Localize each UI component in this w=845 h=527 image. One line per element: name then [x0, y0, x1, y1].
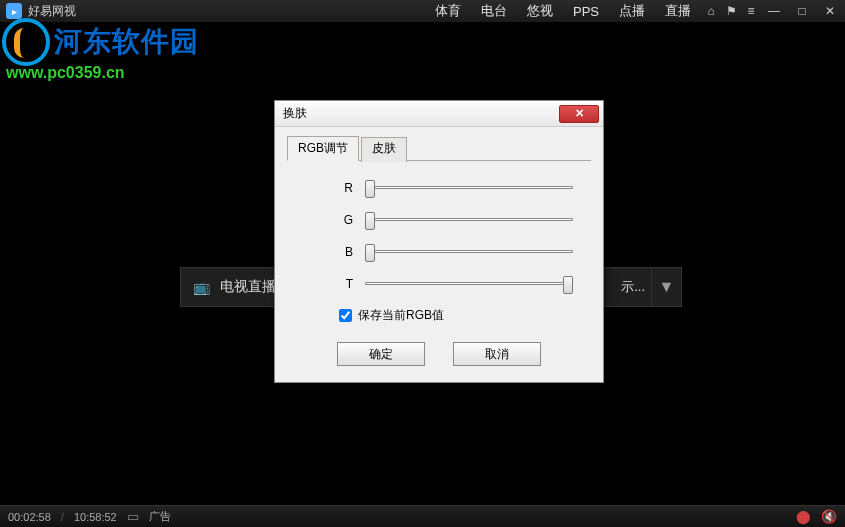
slider-label-g: G [335, 213, 353, 227]
slider-label-b: B [335, 245, 353, 259]
slider-thumb-g[interactable] [365, 212, 375, 230]
slider-row-t: T [287, 275, 591, 293]
home-icon[interactable]: ⌂ [701, 1, 721, 21]
tv-live-button[interactable]: 📺 电视直播 [180, 267, 289, 307]
titlebar: ▸ 好易网视 体育 电台 悠视 PPS 点播 直播 ⌂ ⚑ ≡ — □ ✕ [0, 0, 845, 22]
close-button[interactable]: ✕ [817, 1, 843, 21]
statusbar: 00:02:58 / 10:58:52 ▭ 广告 ⬤ 🔇 [0, 505, 845, 527]
comment-icon[interactable]: ▭ [127, 509, 139, 524]
slider-thumb-r[interactable] [365, 180, 375, 198]
time-total: 10:58:52 [74, 511, 117, 523]
app-icon: ▸ [6, 3, 22, 19]
dialog-close-button[interactable]: ✕ [559, 105, 599, 123]
save-rgb-label: 保存当前RGB值 [358, 307, 444, 324]
slider-thumb-b[interactable] [365, 244, 375, 262]
menu-icon[interactable]: ≡ [741, 1, 761, 21]
tv-live-label: 电视直播 [220, 278, 276, 296]
slider-g[interactable] [365, 211, 573, 229]
slider-label-r: R [335, 181, 353, 195]
dialog-tabs: RGB调节 皮肤 [287, 135, 591, 161]
nav-radio[interactable]: 电台 [471, 2, 517, 20]
minimize-button[interactable]: — [761, 1, 787, 21]
slider-r[interactable] [365, 179, 573, 197]
maximize-button[interactable]: □ [789, 1, 815, 21]
dropdown-label: 示... [597, 278, 651, 296]
slider-label-t: T [335, 277, 353, 291]
chevron-down-icon[interactable]: ▼ [651, 268, 681, 306]
nav-youshi[interactable]: 悠视 [517, 2, 563, 20]
content-area: 📺 电视直播 示... ▼ 换肤 ✕ RGB调节 皮肤 R [0, 22, 845, 505]
app-title: 好易网视 [28, 3, 76, 20]
slider-row-r: R [287, 179, 591, 197]
dialog-buttons: 确定 取消 [287, 342, 591, 370]
record-icon[interactable]: ⬤ [796, 509, 811, 524]
cancel-button[interactable]: 取消 [453, 342, 541, 366]
slider-row-g: G [287, 211, 591, 229]
nav-vod[interactable]: 点播 [609, 2, 655, 20]
save-rgb-checkbox[interactable] [339, 309, 352, 322]
slider-b[interactable] [365, 243, 573, 261]
tab-skin[interactable]: 皮肤 [361, 137, 407, 162]
ok-button[interactable]: 确定 [337, 342, 425, 366]
skin-dialog: 换肤 ✕ RGB调节 皮肤 R G [274, 100, 604, 383]
dialog-body: RGB调节 皮肤 R G B [275, 127, 603, 382]
tv-icon: 📺 [193, 279, 210, 295]
ad-label: 广告 [149, 509, 171, 524]
tab-rgb-adjust[interactable]: RGB调节 [287, 136, 359, 161]
slider-thumb-t[interactable] [563, 276, 573, 294]
slider-row-b: B [287, 243, 591, 261]
nav-sports[interactable]: 体育 [425, 2, 471, 20]
window-controls: — □ ✕ [761, 1, 845, 21]
time-elapsed: 00:02:58 [8, 511, 51, 523]
slider-t[interactable] [365, 275, 573, 293]
mute-icon[interactable]: 🔇 [821, 509, 837, 524]
display-dropdown[interactable]: 示... ▼ [596, 267, 682, 307]
nav-pps[interactable]: PPS [563, 4, 609, 19]
time-separator: / [61, 511, 64, 523]
dialog-title: 换肤 [283, 105, 559, 122]
pin-icon[interactable]: ⚑ [721, 1, 741, 21]
save-rgb-row: 保存当前RGB值 [339, 307, 591, 324]
dialog-titlebar[interactable]: 换肤 ✕ [275, 101, 603, 127]
nav-live[interactable]: 直播 [655, 2, 701, 20]
